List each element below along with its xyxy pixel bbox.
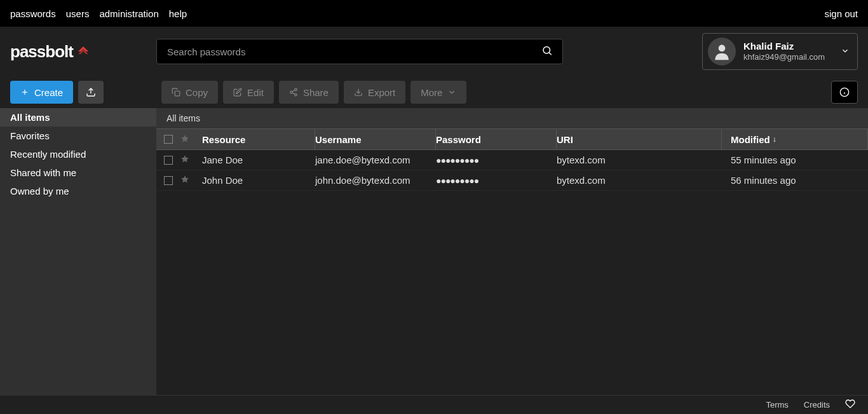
svg-point-8 [290,91,293,93]
footer: Terms Credits [0,395,868,414]
user-avatar-icon [712,41,732,62]
svg-marker-18 [181,176,189,183]
search-icon[interactable] [541,45,553,59]
chevron-down-icon [447,88,456,97]
share-button-label: Share [303,87,329,98]
chevron-down-icon [841,46,850,57]
search-container [156,39,563,64]
user-badge[interactable]: Khalid Faiz khfaiz949@gmail.com [702,33,858,70]
toolbar-left: Create [10,81,156,104]
user-email: khfaiz949@gmail.com [743,52,833,63]
terms-link[interactable]: Terms [766,400,788,410]
favorite-star-icon[interactable] [180,155,189,165]
passbolt-logo-icon [76,44,91,59]
passwords-table: Resource Username Password URI Modified … [156,128,868,191]
heart-icon[interactable] [845,399,855,411]
svg-line-11 [292,90,295,92]
star-icon [180,134,189,145]
search-input[interactable] [156,39,563,64]
sidebar-item-shared-with-me[interactable]: Shared with me [0,163,156,182]
cell-username: john.doe@bytexd.com [315,175,436,186]
sidebar-item-recently-modified[interactable]: Recently modified [0,145,156,163]
nav-passwords[interactable]: passwords [10,8,56,19]
header-checkbox [156,129,175,149]
sidebar-item-favorites[interactable]: Favorites [0,127,156,145]
toolbar-right [831,81,858,104]
more-button-label: More [421,87,442,98]
sort-desc-icon: ↓ [773,135,776,144]
create-button[interactable]: Create [10,81,73,104]
top-nav-left: passwords users administration help [10,8,187,19]
header: passbolt Khalid Faiz khfaiz949@gmail. [0,27,868,76]
upload-icon [86,87,96,97]
table-header: Resource Username Password URI Modified … [156,128,868,150]
header-resource[interactable]: Resource [194,129,315,149]
info-button[interactable] [831,81,858,104]
cell-uri: bytexd.com [557,155,722,165]
upload-button[interactable] [78,81,104,104]
header-password[interactable]: Password [436,129,557,149]
more-button[interactable]: More [410,81,466,104]
header-star [175,129,194,149]
toolbar-actions: Copy Edit Share Expo [161,81,826,104]
cell-password: ●●●●●●●●● [436,155,557,165]
content: All items Resource Username Password URI [156,108,868,395]
top-navigation: passwords users administration help sign… [0,0,868,27]
row-checkbox[interactable] [164,176,173,185]
edit-button-label: Edit [247,87,264,98]
svg-point-9 [295,93,297,96]
logo[interactable]: passbolt [10,42,156,62]
breadcrumb: All items [156,108,868,128]
create-button-label: Create [34,87,63,98]
copy-button[interactable]: Copy [161,81,218,104]
cell-uri: bytexd.com [557,175,722,186]
svg-point-2 [719,45,726,52]
download-icon [354,88,363,97]
info-icon [839,87,850,97]
nav-administration[interactable]: administration [99,8,158,19]
favorite-star-icon[interactable] [180,175,189,186]
nav-users[interactable]: users [66,8,90,19]
svg-rect-6 [175,91,180,96]
row-checkbox[interactable] [164,156,173,165]
nav-help[interactable]: help [169,8,187,19]
select-all-checkbox[interactable] [164,135,173,144]
cell-password: ●●●●●●●●● [436,176,557,186]
copy-button-label: Copy [186,87,208,98]
share-icon [289,88,298,97]
table-row[interactable]: John Doe john.doe@bytexd.com ●●●●●●●●● b… [156,170,868,191]
user-name: Khalid Faiz [743,40,833,53]
svg-line-1 [549,53,552,55]
toolbar: Create Copy Edit [0,76,868,108]
svg-point-0 [543,47,550,54]
svg-marker-17 [181,155,189,162]
header-modified[interactable]: Modified ↓ [722,129,868,149]
svg-point-7 [295,88,297,91]
cell-resource: Jane Doe [194,155,315,165]
header-username[interactable]: Username [315,129,436,149]
sidebar-item-owned-by-me[interactable]: Owned by me [0,182,156,200]
export-button-label: Export [368,87,395,98]
user-info: Khalid Faiz khfaiz949@gmail.com [743,40,833,63]
cell-modified: 56 minutes ago [722,175,868,186]
copy-icon [172,88,180,97]
plus-icon [20,88,29,97]
edit-button[interactable]: Edit [223,81,274,104]
avatar [708,38,736,66]
svg-line-10 [292,93,295,94]
logo-text: passbolt [10,42,73,62]
share-button[interactable]: Share [279,81,339,104]
sidebar-item-all-items[interactable]: All items [0,108,156,127]
header-modified-label: Modified [731,134,770,145]
svg-marker-16 [181,135,189,142]
cell-resource: John Doe [194,175,315,186]
sidebar: All items Favorites Recently modified Sh… [0,108,156,395]
main: All items Favorites Recently modified Sh… [0,108,868,395]
header-uri[interactable]: URI [557,129,722,149]
table-row[interactable]: Jane Doe jane.doe@bytexd.com ●●●●●●●●● b… [156,150,868,170]
cell-modified: 55 minutes ago [722,155,868,165]
sign-out-link[interactable]: sign out [824,8,858,19]
credits-link[interactable]: Credits [804,400,830,410]
export-button[interactable]: Export [344,81,405,104]
edit-icon [233,88,242,97]
